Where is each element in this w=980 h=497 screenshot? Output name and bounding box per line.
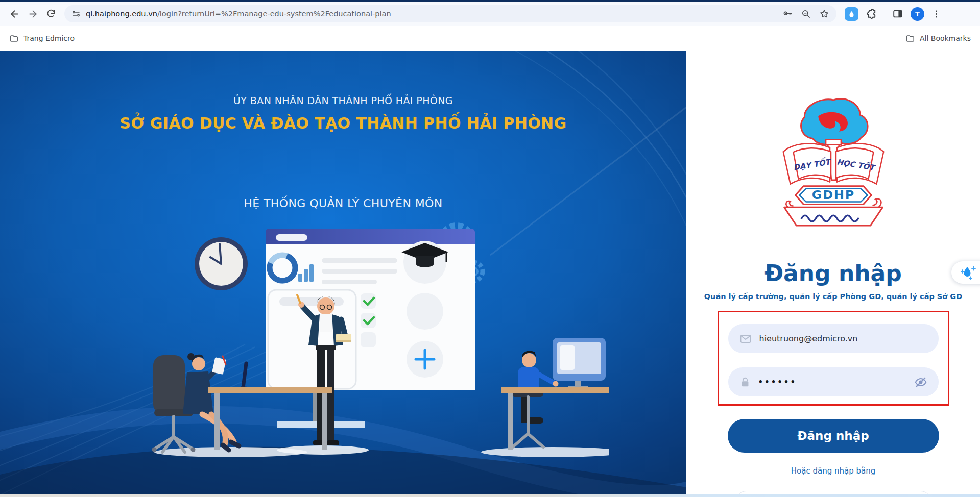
password-key-icon[interactable]	[782, 9, 793, 19]
teacher-figure	[297, 295, 351, 445]
check-icon	[364, 298, 374, 305]
url-path: /login?returnUrl=%2Fmanage-edu-system%2F…	[157, 10, 391, 18]
right-desk-monitor	[501, 338, 609, 450]
all-bookmarks-label: All Bookmarks	[920, 34, 971, 42]
hero-heading-system: HỆ THỐNG QUẢN LÝ CHUYÊN MÔN	[0, 197, 686, 210]
site-info-icon[interactable]	[71, 9, 81, 18]
water-drop-icon	[848, 10, 855, 18]
bookmarks-separator	[897, 33, 897, 44]
login-subtitle: Quản lý cấp trường, quản lý cấp Phòng GD…	[704, 292, 963, 301]
all-bookmarks-button[interactable]: All Bookmarks	[905, 34, 971, 43]
gdhp-logo: DẠY TỐT HỌC TỐT GDHP	[770, 95, 897, 231]
menu-kebab-icon[interactable]	[931, 9, 941, 19]
back-icon	[9, 9, 20, 19]
back-button[interactable]	[5, 5, 23, 23]
url-domain: ql.haiphong.edu.vn	[86, 10, 157, 18]
bookmarks-bar: Trang Edmicro All Bookmarks	[0, 26, 980, 51]
login-page: ỦY BAN NHÂN DÂN THÀNH PHỐ HẢI PHÒNG SỞ G…	[0, 51, 980, 497]
forward-icon	[28, 9, 38, 19]
zoom-icon[interactable]	[801, 9, 811, 19]
address-bar[interactable]: ql.haiphong.edu.vn/login?returnUrl=%2Fma…	[64, 5, 836, 22]
hero-heading-department: SỞ GIÁO DỤC VÀ ĐÀO TẠO THÀNH PHỐ HẢI PHÒ…	[0, 114, 686, 132]
logo-badge-text: GDHP	[811, 188, 855, 202]
bookmark-label: Trang Edmicro	[23, 34, 75, 42]
graduation-cap-icon	[401, 243, 448, 267]
email-input[interactable]	[759, 334, 927, 343]
forward-button[interactable]	[23, 5, 42, 23]
email-field-wrapper	[728, 324, 939, 353]
refresh-button[interactable]	[42, 5, 60, 23]
plus-icon	[416, 350, 434, 368]
login-submit-button[interactable]: Đăng nhập	[728, 419, 939, 453]
extensions-icon[interactable]	[866, 8, 877, 20]
browser-toolbar: ql.haiphong.edu.vn/login?returnUrl=%2Fma…	[0, 2, 980, 26]
folder-icon	[9, 34, 19, 43]
clock-icon	[195, 237, 248, 290]
hero-illustration	[78, 211, 609, 497]
bookmark-star-icon[interactable]	[819, 9, 829, 19]
toggle-password-visibility-button[interactable]	[914, 376, 927, 389]
folder-icon	[905, 34, 915, 43]
toolbar-separator	[885, 9, 885, 19]
seated-woman-figure	[152, 353, 240, 452]
water-drop-sparkle-icon	[959, 265, 976, 280]
bookmark-item-trang-edmicro[interactable]: Trang Edmicro	[9, 34, 75, 43]
login-panel: DẠY TỐT HỌC TỐT GDHP Đăng nhập Quản lý c…	[686, 51, 980, 497]
bottom-edge-strip	[0, 494, 980, 497]
refresh-icon	[46, 9, 56, 19]
logo-badge: GDHP	[795, 186, 871, 205]
password-field-wrapper	[728, 367, 939, 396]
gear-icon	[441, 226, 483, 281]
hero-heading-committee: ỦY BAN NHÂN DÂN THÀNH PHỐ HẢI PHÒNG	[0, 95, 686, 106]
lock-icon	[739, 377, 751, 388]
password-input[interactable]	[758, 378, 906, 387]
annotation-highlight-box	[718, 311, 949, 406]
login-title: Đăng nhập	[764, 260, 902, 286]
floating-extension-widget[interactable]	[951, 261, 980, 284]
computer-user-figure	[512, 351, 559, 447]
check-icon	[364, 317, 374, 324]
left-desk	[208, 363, 332, 450]
eye-slash-icon	[914, 376, 927, 389]
dashboard-board	[266, 229, 475, 428]
mail-icon	[739, 333, 752, 345]
logo-flame	[801, 99, 868, 145]
alt-login-link[interactable]: Hoặc đăng nhập bằng	[791, 466, 875, 476]
profile-avatar[interactable]: T	[911, 7, 924, 21]
drop-extension-button[interactable]	[845, 7, 858, 21]
hero-panel: ỦY BAN NHÂN DÂN THÀNH PHỐ HẢI PHÒNG SỞ G…	[0, 51, 686, 497]
side-panel-icon[interactable]	[892, 8, 903, 19]
toolbar-right-cluster: T	[845, 7, 941, 21]
url-text[interactable]: ql.haiphong.edu.vn/login?returnUrl=%2Fma…	[86, 10, 777, 18]
